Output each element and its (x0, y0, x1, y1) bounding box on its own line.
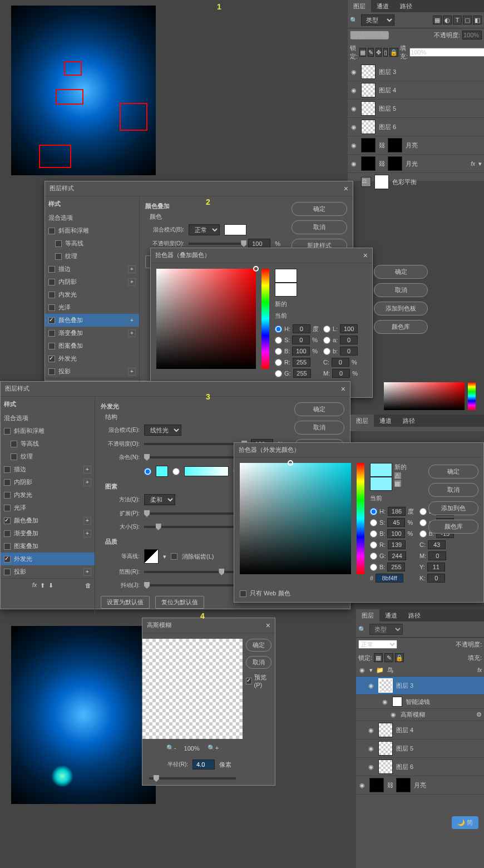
blend-mode-select[interactable]: 线性光 (144, 425, 181, 436)
close-icon[interactable]: × (363, 251, 368, 260)
r-radio[interactable] (275, 359, 282, 366)
size-slider[interactable] (144, 526, 240, 528)
a-radio[interactable] (323, 337, 330, 344)
new-color-swatch[interactable] (370, 463, 392, 477)
chevron-down-icon[interactable]: ▾ (163, 553, 166, 560)
add-icon[interactable]: + (128, 329, 136, 337)
layer-thumb[interactable] (378, 741, 393, 756)
style-pattern-overlay[interactable]: 图案叠加 (1, 540, 95, 553)
dialog-titlebar[interactable]: 拾色器（叠加颜色） × (151, 248, 372, 263)
checkbox[interactable] (55, 253, 62, 260)
checkbox[interactable] (48, 292, 55, 298)
opacity-input[interactable] (462, 31, 482, 40)
layer-row[interactable]: ◉图层 4 (356, 721, 484, 739)
style-texture[interactable]: 纹理 (1, 450, 95, 463)
antialias-checkbox[interactable] (171, 553, 177, 560)
add-icon[interactable]: + (83, 466, 91, 474)
smart-filter-row[interactable]: ◉智能滤镜 (356, 695, 484, 709)
tab-channels[interactable]: 通道 (379, 609, 403, 622)
style-inner-glow[interactable]: 内发光 (45, 288, 139, 301)
s-input[interactable] (387, 518, 405, 527)
l-input[interactable] (340, 324, 358, 333)
visibility-icon[interactable]: ◉ (350, 123, 358, 131)
layer-row[interactable]: ◉图层 3 (356, 677, 484, 695)
color-lib-button[interactable]: 颜色库 (428, 520, 478, 534)
layer-row[interactable]: ◉图层 5 (356, 739, 484, 758)
arrow-up-icon[interactable]: ⬆ (40, 582, 45, 589)
b-input[interactable] (292, 347, 310, 356)
lock-all-icon[interactable]: 🔒 (395, 653, 404, 662)
preview-checkbox[interactable] (246, 678, 252, 684)
filter-type-select[interactable]: 类型 (361, 14, 394, 26)
style-header[interactable]: 样式 (45, 196, 139, 211)
ok-button[interactable]: 确定 (428, 465, 478, 479)
color-swatch[interactable] (224, 224, 246, 235)
radius-slider[interactable] (149, 777, 236, 780)
visibility-icon[interactable]: ◉ (367, 726, 375, 734)
layer-thumb[interactable] (378, 678, 393, 693)
lab-b-input[interactable] (340, 347, 358, 356)
h-input[interactable] (388, 507, 406, 516)
style-contour[interactable]: 等高线 (45, 237, 139, 250)
method-select[interactable]: 柔和 (144, 494, 175, 505)
checkbox[interactable] (4, 466, 11, 473)
filter-options-icon[interactable]: ⚙ (476, 711, 482, 718)
add-icon[interactable]: + (128, 317, 136, 324)
h-radio[interactable] (370, 508, 377, 515)
filter-row[interactable]: ◉高斯模糊⚙ (356, 709, 484, 721)
cancel-button[interactable]: 取消 (292, 220, 347, 234)
b-radio[interactable] (275, 348, 282, 355)
spread-slider[interactable] (144, 512, 246, 515)
hue-slider[interactable] (261, 269, 269, 369)
style-bevel[interactable]: 斜面和浮雕 (1, 425, 95, 437)
lock-pixels-icon[interactable]: ▦ (374, 653, 383, 662)
add-swatch-button[interactable]: 添加到色 (428, 501, 478, 515)
blend-mode-select[interactable]: 正常 (358, 640, 397, 649)
layer-thumb[interactable] (378, 723, 393, 737)
checkbox[interactable] (48, 228, 55, 234)
add-icon[interactable]: + (83, 568, 91, 576)
fx-badge[interactable]: fx (477, 667, 482, 673)
visibility-icon[interactable]: ◉ (367, 682, 375, 689)
filter-mask-thumb[interactable] (392, 697, 402, 707)
checkbox[interactable] (11, 441, 17, 447)
chevron-down-icon[interactable]: ▾ (478, 160, 482, 167)
checkbox[interactable] (48, 368, 55, 375)
color-radio[interactable] (144, 468, 151, 475)
tab-layers[interactable]: 图层 (356, 609, 379, 622)
layer-thumb[interactable] (361, 156, 376, 171)
layer-thumb[interactable] (378, 760, 393, 774)
hue-slider[interactable] (357, 463, 364, 574)
style-header[interactable]: 样式 (1, 397, 95, 412)
style-outer-glow[interactable]: 外发光 (45, 352, 139, 365)
cancel-button[interactable]: 取消 (246, 656, 271, 669)
layer-thumb[interactable] (361, 101, 376, 116)
style-stroke[interactable]: 描边+ (45, 263, 139, 275)
style-texture[interactable]: 纹理 (45, 250, 139, 263)
blend-mode-select[interactable]: 穿透 (350, 31, 389, 40)
visibility-icon[interactable]: ◉ (381, 698, 389, 706)
checkbox[interactable] (4, 517, 11, 524)
style-bevel[interactable]: 斜面和浮雕 (45, 224, 139, 237)
tab-channels[interactable]: 通道 (374, 415, 397, 427)
blend-options[interactable]: 混合选项 (1, 412, 95, 425)
jitter-slider[interactable] (144, 584, 246, 586)
h-radio[interactable] (275, 326, 282, 333)
contour-thumb[interactable] (144, 549, 159, 564)
layer-row[interactable]: ◉⛓月光fx▾ (348, 155, 484, 173)
add-icon[interactable]: + (83, 530, 91, 537)
style-stroke[interactable]: 描边+ (1, 463, 95, 476)
style-drop-shadow[interactable]: 投影+ (1, 565, 95, 578)
chevron-down-icon[interactable]: ▾ (369, 667, 373, 674)
ok-button[interactable]: 确定 (246, 639, 271, 652)
filter-image-icon[interactable]: ▦ (433, 16, 442, 24)
visibility-icon[interactable]: ◉ (350, 86, 358, 94)
s-radio[interactable] (275, 337, 282, 344)
gradient-radio[interactable] (172, 468, 180, 475)
layer-row[interactable]: ◉图层 3 (348, 63, 484, 81)
style-inner-shadow[interactable]: 内阴影+ (1, 476, 95, 489)
filter-adjust-icon[interactable]: ◐ (443, 16, 452, 24)
tab-paths[interactable]: 路径 (394, 0, 418, 12)
layer-thumb[interactable] (361, 138, 376, 152)
s-input[interactable] (292, 336, 310, 344)
